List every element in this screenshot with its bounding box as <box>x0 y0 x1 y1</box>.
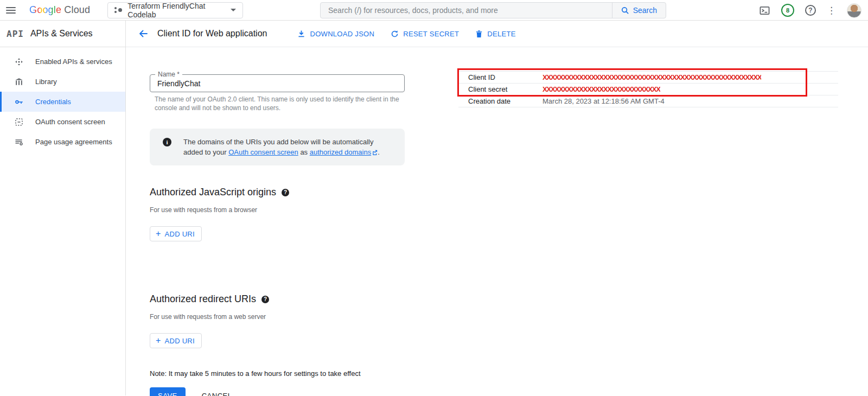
table-row-client-id: Client ID XXXXXXXXXXXXXXXXXXXXXXXXXXXXXX… <box>458 72 838 84</box>
client-form: Name * The name of your OAuth 2.0 client… <box>150 47 405 396</box>
redirect-uris-subtitle: For use with requests from a web server <box>150 313 405 321</box>
client-details-table: Client ID XXXXXXXXXXXXXXXXXXXXXXXXXXXXXX… <box>458 71 838 107</box>
sidebar-item-credentials[interactable]: Credentials <box>0 92 125 112</box>
top-navigation-bar: Google Cloud Terraform FriendlyChat Code… <box>0 0 868 21</box>
search-input[interactable] <box>321 3 612 18</box>
enabled-apis-icon <box>15 58 23 66</box>
hamburger-menu-icon[interactable] <box>0 0 22 21</box>
info-banner: i The domains of the URIs you add below … <box>150 129 405 165</box>
reset-secret-button[interactable]: RESET SECRET <box>391 30 459 38</box>
notification-count: 8 <box>786 7 789 14</box>
info-text-part2: as <box>298 148 310 156</box>
avatar[interactable] <box>847 3 861 18</box>
js-origins-heading: Authorized JavaScript origins ? <box>150 187 405 198</box>
sidebar-item-oauth-consent[interactable]: OAuth consent screen <box>0 112 125 132</box>
sidebar-item-enabled-apis[interactable]: Enabled APIs & services <box>0 52 125 72</box>
sidebar-item-label: Enabled APIs & services <box>35 58 112 66</box>
search-icon <box>621 7 629 15</box>
add-uri-button-redirects[interactable]: + ADD URI <box>150 333 202 348</box>
google-cloud-logo[interactable]: Google Cloud <box>29 4 90 16</box>
sidebar-title: APIs & Services <box>30 29 93 39</box>
name-field: Name * <box>150 74 405 92</box>
js-origins-subtitle: For use with requests from a browser <box>150 206 405 214</box>
download-json-label: DOWNLOAD JSON <box>310 30 374 38</box>
name-field-label: Name * <box>155 71 182 78</box>
delete-label: DELETE <box>487 30 515 38</box>
client-id-label: Client ID <box>458 73 542 81</box>
save-button[interactable]: SAVE <box>150 387 186 396</box>
js-origins-help-icon[interactable]: ? <box>282 189 289 196</box>
trash-icon <box>475 30 483 38</box>
plus-icon: + <box>156 336 161 345</box>
help-icon[interactable]: ? <box>805 5 816 16</box>
delete-button[interactable]: DELETE <box>475 30 515 38</box>
plus-icon: + <box>156 229 161 238</box>
reset-secret-label: RESET SECRET <box>403 30 459 38</box>
search-button-label: Search <box>633 6 657 15</box>
page-title: Client ID for Web application <box>157 29 267 39</box>
table-row-creation-date: Creation date March 28, 2023 at 12:18:56… <box>458 95 838 107</box>
sidebar: API APIs & Services Enabled APIs & servi… <box>0 21 126 395</box>
name-helper-text: The name of your OAuth 2.0 client. This … <box>155 95 401 112</box>
redirect-uris-heading: Authorized redirect URIs ? <box>150 293 405 305</box>
back-arrow-icon[interactable] <box>137 27 150 40</box>
js-origins-heading-text: Authorized JavaScript origins <box>150 187 276 198</box>
external-link-icon <box>372 150 378 155</box>
download-icon <box>297 30 305 38</box>
page-header: Client ID for Web application DOWNLOAD J… <box>126 21 868 47</box>
logo-google-text: Google <box>29 4 61 16</box>
name-input[interactable] <box>150 74 405 92</box>
client-secret-value: XXXXXXXXXXXXXXXXXXXXXXXXXXXXX <box>542 85 660 93</box>
form-buttons: SAVE CANCEL <box>150 387 405 396</box>
sidebar-item-label: OAuth consent screen <box>35 118 105 126</box>
project-selector[interactable]: Terraform FriendlyChat Codelab <box>107 2 243 18</box>
info-banner-text: The domains of the URIs you add below wi… <box>183 137 392 157</box>
chevron-down-icon <box>231 9 236 11</box>
client-id-value: XXXXXXXXXXXXXXXXXXXXXXXXXXXXXXXXXXXXXXXX… <box>542 73 761 81</box>
key-icon <box>15 98 23 106</box>
project-name: Terraform FriendlyChat Codelab <box>127 2 225 19</box>
topbar-right-icons: 8 ? ⋮ <box>758 0 861 21</box>
sidebar-header: API APIs & Services <box>0 21 125 47</box>
add-uri-label: ADD URI <box>165 230 195 238</box>
download-json-button[interactable]: DOWNLOAD JSON <box>297 30 374 38</box>
oauth-consent-icon <box>15 118 23 126</box>
cloud-shell-icon[interactable] <box>758 4 770 16</box>
global-search: Search <box>320 2 666 18</box>
project-icon <box>114 7 122 14</box>
cancel-button[interactable]: CANCEL <box>202 392 232 396</box>
hamburger-bars <box>6 5 16 15</box>
settings-note: Note: It may take 5 minutes to a few hou… <box>150 369 405 378</box>
sidebar-item-label: Library <box>35 78 57 86</box>
sidebar-item-label: Page usage agreements <box>35 138 112 146</box>
notifications-badge[interactable]: 8 <box>781 4 794 17</box>
table-row-client-secret: Client secret XXXXXXXXXXXXXXXXXXXXXXXXXX… <box>458 84 838 95</box>
info-text-part3: . <box>378 148 380 156</box>
main-panel: Client ID for Web application DOWNLOAD J… <box>126 21 868 395</box>
sidebar-item-label: Credentials <box>35 98 71 106</box>
page-content: Name * The name of your OAuth 2.0 client… <box>126 47 868 395</box>
refresh-icon <box>391 30 399 38</box>
library-icon <box>15 78 23 86</box>
creation-date-value: March 28, 2023 at 12:18:56 AM GMT-4 <box>542 97 665 105</box>
redirect-uris-heading-text: Authorized redirect URIs <box>150 293 256 305</box>
add-uri-button-origins[interactable]: + ADD URI <box>150 226 202 241</box>
client-secret-label: Client secret <box>458 85 542 93</box>
google-cloud-console: Google Cloud Terraform FriendlyChat Code… <box>0 0 868 396</box>
sidebar-item-library[interactable]: Library <box>0 72 125 92</box>
search-button[interactable]: Search <box>612 3 666 18</box>
oauth-consent-screen-link[interactable]: OAuth consent screen <box>228 148 298 156</box>
more-options-icon[interactable]: ⋮ <box>827 6 836 15</box>
agreements-icon <box>15 138 23 146</box>
info-icon: i <box>163 138 171 146</box>
header-actions: DOWNLOAD JSON RESET SECRET DELETE <box>297 30 515 38</box>
api-logo: API <box>7 29 24 39</box>
sidebar-nav: Enabled APIs & services Library Credenti… <box>0 47 125 152</box>
add-uri-label: ADD URI <box>165 337 195 345</box>
creation-date-label: Creation date <box>458 97 542 105</box>
authorized-domains-link[interactable]: authorized domains <box>310 148 371 156</box>
redirect-uris-help-icon[interactable]: ? <box>261 296 269 303</box>
logo-cloud-text: Cloud <box>64 4 90 16</box>
sidebar-item-page-usage[interactable]: Page usage agreements <box>0 132 125 152</box>
